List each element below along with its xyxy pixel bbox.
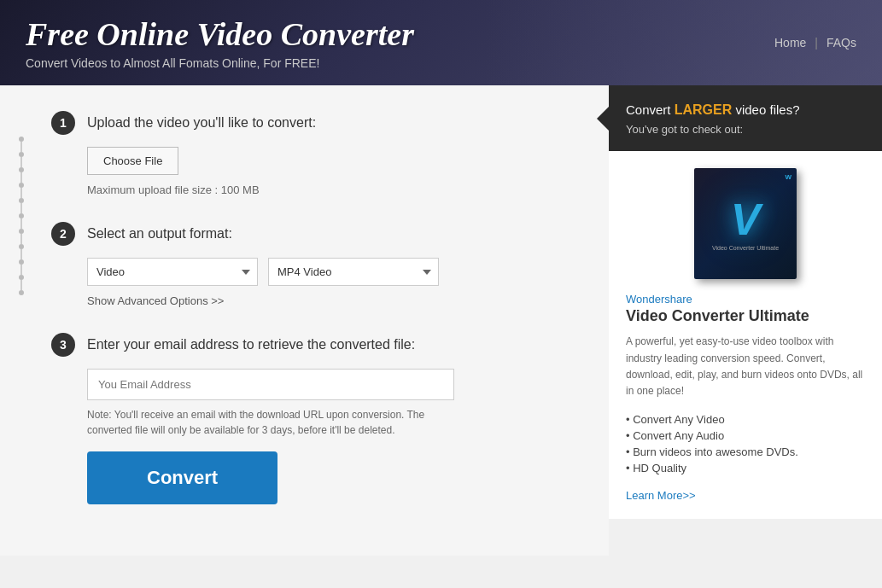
step3-number: 3 (51, 333, 75, 357)
step1-header: 1 Upload the video you'll like to conver… (51, 111, 575, 135)
product-description: A powerful, yet easy-to-use video toolbo… (626, 334, 865, 399)
promo-header-arrow (597, 107, 609, 131)
step2-section: 2 Select an output format: Video Audio M… (51, 222, 575, 307)
choose-file-button[interactable]: Choose File (87, 147, 178, 175)
step2-number: 2 (51, 222, 75, 246)
feature-item-2: Convert Any Audio (626, 428, 865, 444)
nav-divider: | (815, 36, 818, 49)
dot-line (20, 218, 22, 229)
email-note: Note: You'll receive an email with the d… (87, 407, 454, 438)
product-features-list: Convert Any Video Convert Any Audio Burn… (626, 411, 865, 476)
main-container: 1 Upload the video you'll like to conver… (0, 85, 882, 556)
step2-title: Select an output format: (87, 226, 232, 242)
promo-text-after: video files? (732, 102, 799, 117)
format-selects: Video Audio MP4 Video AVI Video MOV Vide… (87, 258, 575, 286)
promo-header-subtitle: You've got to check out: (626, 123, 865, 136)
step3-title: Enter your email address to retrieve the… (87, 337, 415, 352)
right-panel: Convert LARGER video files? You've got t… (609, 85, 882, 556)
dot-line (20, 265, 22, 275)
format-type-select[interactable]: Video Audio (87, 258, 258, 286)
dot (19, 290, 24, 295)
product-name: Video Converter Ultimate (626, 307, 865, 325)
convert-button[interactable]: Convert (87, 451, 277, 504)
product-box-logo: W (785, 173, 791, 181)
site-subtitle: Convert Videos to Almost All Fomats Onli… (26, 56, 414, 70)
nav-home[interactable]: Home (774, 36, 806, 49)
header-nav: Home | FAQs (774, 36, 856, 49)
promo-header: Convert LARGER video files? You've got t… (609, 85, 882, 151)
promo-header-text: Convert LARGER video files? (626, 101, 865, 119)
step2-header: 2 Select an output format: (51, 222, 575, 246)
step1-number: 1 (51, 111, 75, 135)
dot-line (20, 142, 22, 152)
product-brand: Wondershare (626, 293, 865, 306)
email-input[interactable] (87, 369, 454, 400)
dot-line (20, 280, 22, 290)
step3-header: 3 Enter your email address to retrieve t… (51, 333, 575, 357)
product-image-area: W V Video Converter Ultimate (626, 168, 865, 279)
product-box-v-icon: V (731, 197, 761, 242)
product-box-label: Video Converter Ultimate (707, 245, 784, 251)
format-output-select[interactable]: MP4 Video AVI Video MOV Video MKV Video … (268, 258, 439, 286)
product-box-main: W V Video Converter Ultimate (694, 168, 797, 279)
file-size-note: Maximum upload file size : 100 MB (87, 183, 575, 196)
header-left: Free Online Video Converter Convert Vide… (26, 15, 414, 70)
promo-larger-text: LARGER (675, 102, 733, 117)
feature-item-4: HD Quality (626, 460, 865, 476)
steps-dots (19, 137, 24, 295)
dot-line (20, 203, 22, 213)
advanced-options-link[interactable]: Show Advanced Options >> (87, 294, 224, 307)
dot-line (20, 234, 22, 244)
feature-item-3: Burn videos into awesome DVDs. (626, 444, 865, 460)
learn-more-link[interactable]: Learn More>> (626, 489, 696, 502)
left-panel: 1 Upload the video you'll like to conver… (0, 85, 609, 556)
dot-line (20, 188, 22, 198)
site-title: Free Online Video Converter (26, 15, 414, 53)
promo-content: W V Video Converter Ultimate Wondershare… (609, 151, 882, 519)
header: Free Online Video Converter Convert Vide… (0, 0, 882, 85)
dot-line (20, 249, 22, 259)
step1-title: Upload the video you'll like to convert: (87, 115, 316, 131)
promo-text-before: Convert (626, 102, 675, 117)
step1-section: 1 Upload the video you'll like to conver… (51, 111, 575, 196)
nav-faqs[interactable]: FAQs (827, 36, 856, 49)
product-box: W V Video Converter Ultimate (694, 168, 797, 279)
step3-section: 3 Enter your email address to retrieve t… (51, 333, 575, 504)
dot-line (20, 157, 22, 167)
feature-item-1: Convert Any Video (626, 411, 865, 428)
dot-line (20, 172, 22, 183)
